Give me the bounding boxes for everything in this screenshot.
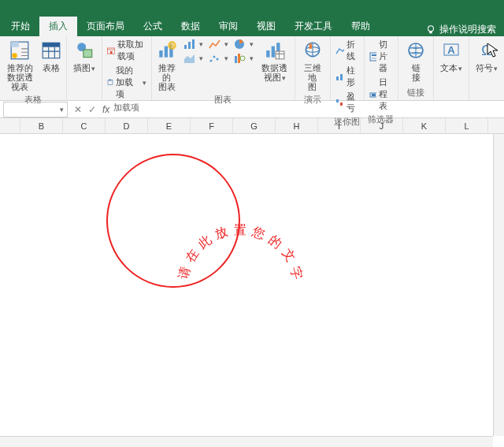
tab-data[interactable]: 数据 <box>172 17 209 36</box>
svg-rect-13 <box>159 50 162 58</box>
svg-rect-1 <box>429 31 432 33</box>
group-label-map: 演示 <box>298 93 327 107</box>
shapes-icon <box>74 40 94 61</box>
table-button[interactable]: 表格 <box>39 38 63 74</box>
timeline-icon <box>369 90 376 99</box>
tab-review[interactable]: 审阅 <box>209 17 247 36</box>
chart-type-area[interactable]: ▾ <box>182 52 205 65</box>
svg-point-25 <box>216 58 218 61</box>
line-chart-icon <box>209 39 221 50</box>
wordart-arc-text[interactable]: 请在此放置您的文字 <box>106 154 240 288</box>
recommended-charts-button[interactable]: ? 推荐的 图表 <box>155 38 179 93</box>
col-header[interactable]: H <box>276 118 318 133</box>
svg-rect-40 <box>340 102 343 106</box>
tab-layout[interactable]: 页面布局 <box>77 17 134 36</box>
select-all-corner[interactable] <box>0 118 20 133</box>
worksheet-area[interactable]: 请在此放置您的文字 <box>0 134 504 446</box>
svg-rect-42 <box>370 53 376 61</box>
puzzle-icon <box>107 79 113 85</box>
svg-rect-32 <box>276 51 284 59</box>
svg-point-28 <box>240 56 245 61</box>
pie-chart-icon <box>234 39 246 50</box>
svg-rect-37 <box>340 74 343 80</box>
symbol-button[interactable]: Ω 符号▾ <box>472 38 501 75</box>
col-header[interactable]: I <box>318 118 361 133</box>
svg-rect-26 <box>235 56 237 63</box>
vertical-scrollbar[interactable] <box>493 134 504 436</box>
pivot-icon <box>9 40 30 61</box>
tab-dev[interactable]: 开发工具 <box>285 17 342 36</box>
slicer-icon <box>369 52 376 61</box>
tab-formulas[interactable]: 公式 <box>134 17 172 36</box>
illustrations-button[interactable]: 插图▾ <box>70 38 98 75</box>
tab-insert[interactable]: 插入 <box>39 17 77 36</box>
col-header[interactable]: C <box>63 118 106 133</box>
store-icon <box>107 47 115 54</box>
tab-home[interactable]: 开始 <box>2 17 39 36</box>
svg-text:?: ? <box>170 42 174 50</box>
chart-type-pie[interactable]: ▾ <box>232 38 255 50</box>
tell-me-search[interactable]: 操作说明搜索 <box>417 23 504 36</box>
sparkline-column-button[interactable]: 柱形 <box>334 64 361 89</box>
name-box[interactable]: ▾ <box>3 102 68 117</box>
text-button[interactable]: A 文本▾ <box>437 38 465 75</box>
svg-rect-44 <box>372 58 376 59</box>
textbox-icon: A <box>442 41 461 60</box>
slicer-button[interactable]: 切片器 <box>368 38 395 75</box>
cancel-icon[interactable]: ✕ <box>71 104 85 115</box>
svg-text:Ω: Ω <box>481 43 491 58</box>
sparkline-winloss-button[interactable]: 盈亏 <box>334 90 361 115</box>
scatter-chart-icon <box>209 53 221 64</box>
chart-type-line[interactable]: ▾ <box>207 38 230 50</box>
svg-rect-46 <box>372 94 376 96</box>
svg-rect-18 <box>184 45 187 49</box>
spark-wl-icon <box>335 98 344 107</box>
col-header[interactable]: D <box>106 118 148 133</box>
svg-rect-36 <box>336 76 339 80</box>
pivot-chart-button[interactable]: 数据透视图▾ <box>258 38 291 84</box>
timeline-button[interactable]: 日程表 <box>368 76 395 113</box>
group-label-link: 链接 <box>402 86 430 100</box>
group-label-charts: 图表 <box>155 93 291 107</box>
col-header[interactable]: K <box>403 118 446 133</box>
col-header[interactable]: L <box>446 118 488 133</box>
get-addins-button[interactable]: 获取加载项 <box>106 38 148 63</box>
svg-rect-3 <box>11 42 19 47</box>
col-header[interactable]: E <box>148 118 191 133</box>
col-header[interactable]: F <box>191 118 233 133</box>
svg-rect-35 <box>309 43 311 49</box>
3d-map-button[interactable]: 三维地 图 <box>298 38 327 93</box>
pivot-chart-icon <box>265 40 285 61</box>
svg-point-24 <box>213 56 215 58</box>
svg-point-0 <box>428 25 434 31</box>
bulb-icon <box>425 24 436 35</box>
chart-type-more[interactable]: ▾ <box>232 52 255 65</box>
chart-type-bar[interactable]: ▾ <box>182 38 205 50</box>
link-icon <box>406 41 425 60</box>
sparkline-line-button[interactable]: 折线 <box>334 38 361 63</box>
enter-icon[interactable]: ✓ <box>85 104 99 115</box>
recommended-pivot-button[interactable]: 推荐的 数据透视表 <box>3 38 36 93</box>
fx-icon[interactable]: fx <box>99 104 113 115</box>
tab-help[interactable]: 帮助 <box>342 17 380 36</box>
link-button[interactable]: 链 接 <box>402 38 430 84</box>
horizontal-scrollbar[interactable] <box>0 436 493 447</box>
svg-rect-10 <box>110 51 113 54</box>
col-header[interactable]: G <box>233 118 276 133</box>
chart-type-scatter[interactable]: ▾ <box>207 52 230 65</box>
ribbon: 推荐的 数据透视表 表格 表格 插图▾ 获取加载项 <box>0 36 504 101</box>
col-header[interactable]: B <box>20 118 63 133</box>
column-headers: B C D E F G H I J K L <box>0 118 504 134</box>
svg-rect-8 <box>83 50 92 58</box>
globe-icon <box>302 40 323 61</box>
svg-rect-19 <box>188 42 191 49</box>
col-header[interactable]: J <box>361 118 403 133</box>
svg-marker-22 <box>184 54 195 63</box>
tab-view[interactable]: 视图 <box>247 17 285 36</box>
svg-rect-29 <box>266 50 269 58</box>
omega-icon: Ω <box>477 41 496 60</box>
area-chart-icon <box>183 53 196 64</box>
my-addins-button[interactable]: 我的加载项▾ <box>106 64 148 101</box>
spark-line-icon <box>335 46 344 55</box>
svg-rect-14 <box>164 47 167 58</box>
